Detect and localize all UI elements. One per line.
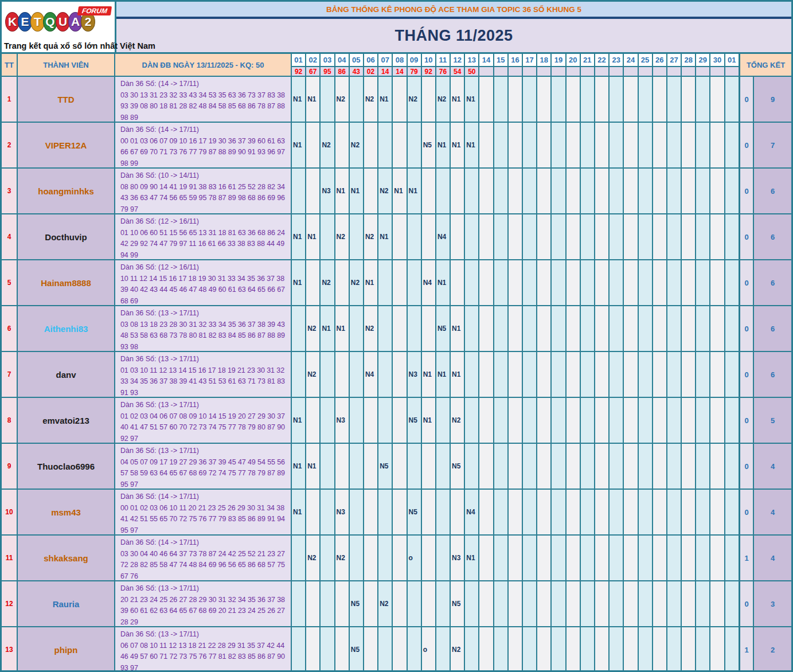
mark-day-2	[306, 123, 321, 167]
mark-day-6	[364, 123, 378, 167]
mark-day-25	[639, 444, 653, 489]
kq-value-1: 92	[292, 67, 306, 76]
mark-day-9: N3	[408, 352, 422, 397]
mark-day-26	[653, 490, 667, 534]
mark-day-21	[581, 444, 595, 489]
mark-day-4	[335, 581, 350, 626]
mark-day-18	[537, 490, 552, 534]
mark-day-24	[624, 581, 638, 626]
mark-day-8	[393, 444, 407, 489]
mark-day-1: N1	[292, 77, 306, 122]
dan-range-label: Dàn 36 Số: (10 -> 14/11)	[120, 170, 286, 182]
mark-day-4: N1	[335, 169, 350, 213]
kq-value-6: 02	[364, 67, 378, 76]
mark-day-20	[567, 260, 581, 305]
total-col-1: 0	[740, 444, 754, 489]
mark-day-22	[595, 627, 610, 672]
mark-day-15	[494, 214, 509, 259]
mark-day-23	[610, 352, 624, 397]
mark-day-26	[653, 169, 667, 213]
member-row-Aithenhi83: 6Aithenhi83Dàn 36 Số: (13 -> 17/11)03 08…	[2, 305, 791, 351]
mark-day-8	[393, 306, 407, 351]
mark-day-17	[523, 123, 537, 167]
mark-day-11: N1	[436, 352, 451, 397]
mark-day-23	[610, 306, 624, 351]
mark-day-7	[378, 306, 393, 351]
dan-cell: Dàn 36 Số: (12 -> 16/11)10 11 12 14 15 1…	[115, 260, 292, 305]
mark-day-12	[451, 214, 465, 259]
mark-day-16	[509, 627, 523, 672]
mark-day-15	[494, 169, 509, 213]
mark-day-7	[378, 490, 393, 534]
mark-day-27	[667, 352, 682, 397]
mark-day-23	[610, 627, 624, 672]
mark-day-1	[292, 306, 306, 351]
mark-day-17	[523, 306, 537, 351]
kq-value-22	[595, 67, 610, 76]
total-col-1: 1	[740, 536, 754, 580]
mark-day-1	[292, 169, 306, 213]
marks-strip: N1N1N5N5	[292, 444, 740, 489]
mark-day-14	[479, 169, 494, 213]
mark-day-29	[696, 398, 710, 443]
dan-range-label: Dàn 36 Số: (14 -> 17/11)	[120, 537, 286, 549]
mark-day-6	[364, 398, 378, 443]
col-header-dan: DÀN ĐB NGÀY 13/11/2025 - KQ: 50	[115, 54, 292, 76]
logo-tagline: Trang kết quả xổ số lớn nhất Việt Nam	[4, 41, 155, 50]
forum-badge: FORUM	[77, 6, 112, 15]
mark-day-11: N4	[436, 214, 451, 259]
mark-day-6	[364, 536, 378, 580]
mark-day-28	[682, 627, 696, 672]
mark-day-18	[537, 536, 552, 580]
mark-day-30	[710, 214, 725, 259]
day-col-20: 20	[567, 54, 581, 66]
mark-day-23	[610, 260, 624, 305]
mark-day-26	[653, 536, 667, 580]
mark-day-25	[639, 490, 653, 534]
mark-day-18	[537, 260, 552, 305]
mark-day-22	[595, 169, 610, 213]
mark-day-14	[479, 398, 494, 443]
kq-value-16	[509, 67, 523, 76]
mark-day-7	[378, 352, 393, 397]
mark-day-3: N2	[321, 123, 335, 167]
mark-day-14	[479, 123, 494, 167]
mark-day-2	[306, 260, 321, 305]
day-col-8: 08	[393, 54, 407, 66]
mark-day-24	[624, 444, 638, 489]
mark-day-28	[682, 77, 696, 122]
dan-range-label: Dàn 36 Số: (13 -> 17/11)	[120, 583, 286, 595]
mark-day-24	[624, 536, 638, 580]
mark-day-7	[378, 627, 393, 672]
mark-day-20	[567, 77, 581, 122]
dan-numbers: 06 07 08 10 11 12 13 18 21 22 28 29 31 3…	[120, 640, 286, 672]
mark-day-21	[581, 77, 595, 122]
mark-day-11	[436, 398, 451, 443]
mark-day-15	[494, 123, 509, 167]
dan-cell: Dàn 36 Số: (13 -> 17/11)01 03 10 11 12 1…	[115, 352, 292, 397]
forum-stats-page: KETQUA2 FORUM Trang kết quả xổ số lớn nh…	[0, 0, 793, 672]
mark-day-31	[725, 490, 740, 534]
mark-day-13: N1	[465, 123, 479, 167]
mark-day-3: N3	[321, 169, 335, 213]
mark-day-12: N5	[451, 444, 465, 489]
dan-range-label: Dàn 36 Số: (13 -> 17/11)	[120, 446, 286, 457]
member-name: Docthuvip	[18, 214, 115, 259]
mark-day-19	[552, 490, 566, 534]
mark-day-3	[321, 536, 335, 580]
mark-day-2	[306, 490, 321, 534]
member-row-TTD: 1TTDDàn 36 Số: (14 -> 17/11)03 30 13 31 …	[2, 76, 791, 122]
mark-day-6: N1	[364, 260, 378, 305]
total-col-1: 0	[740, 398, 754, 443]
mark-day-29	[696, 77, 710, 122]
row-index: 8	[2, 398, 18, 443]
mark-day-5: N2	[350, 123, 364, 167]
mark-day-19	[552, 77, 566, 122]
mark-day-11	[436, 444, 451, 489]
mark-day-13	[465, 169, 479, 213]
dan-numbers: 01 03 10 11 12 13 14 15 16 17 18 19 21 2…	[120, 365, 286, 399]
mark-day-27	[667, 123, 682, 167]
mark-day-21	[581, 123, 595, 167]
mark-day-17	[523, 398, 537, 443]
mark-day-1: N1	[292, 490, 306, 534]
